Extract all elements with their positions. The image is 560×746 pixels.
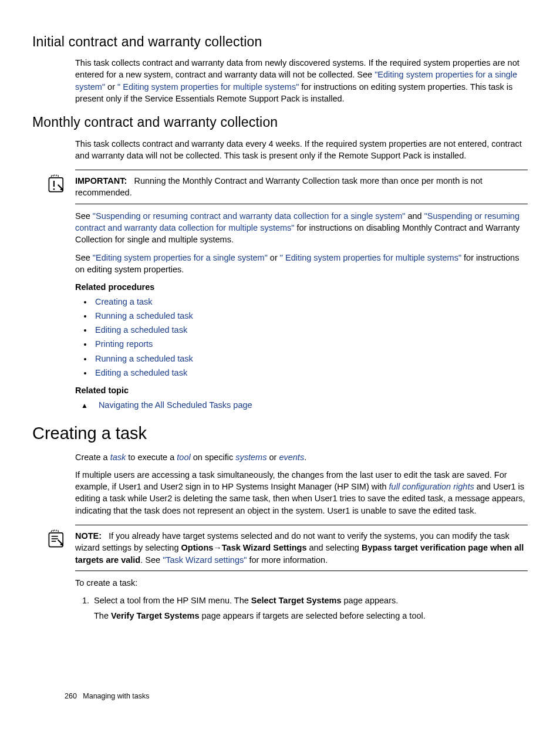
important-text: Running the Monthly Contract and Warrant… bbox=[75, 176, 483, 197]
list-item: Printing reports bbox=[93, 338, 528, 350]
term-events[interactable]: events bbox=[279, 453, 304, 462]
section1-body: This task collects contract and warranty… bbox=[75, 57, 528, 104]
text: or bbox=[105, 82, 117, 92]
link-edit-multiple-1[interactable]: " Editing system properties for multiple… bbox=[117, 82, 299, 92]
list-item: Editing a scheduled task bbox=[93, 367, 528, 379]
term-task[interactable]: task bbox=[110, 453, 126, 462]
section2-body: This task collects contract and warranty… bbox=[75, 138, 528, 162]
text: or bbox=[266, 453, 279, 462]
list-item: Running a scheduled task bbox=[93, 310, 528, 322]
svg-point-2 bbox=[53, 188, 55, 190]
steps-list: Select a tool from the HP SIM menu. The … bbox=[75, 595, 528, 622]
link-suspend-single[interactable]: "Suspending or resuming contract and war… bbox=[93, 211, 406, 221]
important-icon bbox=[47, 174, 67, 194]
related-topic-list: Navigating the All Scheduled Tasks page bbox=[75, 399, 528, 411]
page-footer: 260 Managing with tasks bbox=[65, 691, 150, 702]
step-1: Select a tool from the HP SIM menu. The … bbox=[92, 595, 528, 622]
bold-select-target: Select Target Systems bbox=[251, 596, 342, 605]
footer-label: Managing with tasks bbox=[83, 692, 149, 700]
text: and bbox=[405, 211, 424, 221]
link-editing-scheduled-2[interactable]: Editing a scheduled task bbox=[95, 368, 187, 377]
list-item: Running a scheduled task bbox=[93, 353, 528, 364]
link-edit-single-2[interactable]: "Editing system properties for a single … bbox=[93, 253, 268, 262]
section-heading-creating: Creating a task bbox=[32, 421, 528, 445]
steps-body: To create a task: Select a tool from the… bbox=[75, 577, 528, 622]
text: This task collects contract and warranty… bbox=[75, 138, 528, 162]
section-heading-initial: Initial contract and warranty collection bbox=[32, 32, 528, 51]
section-heading-monthly: Monthly contract and warranty collection bbox=[32, 113, 528, 131]
bold-verify-target: Verify Target Systems bbox=[111, 611, 199, 620]
note-label: NOTE: bbox=[75, 531, 102, 541]
important-label: IMPORTANT: bbox=[75, 176, 127, 185]
text: The bbox=[94, 611, 111, 620]
term-full-config-rights[interactable]: full configuration rights bbox=[389, 482, 474, 491]
link-navigating-tasks-page[interactable]: Navigating the All Scheduled Tasks page bbox=[99, 400, 252, 410]
link-running-scheduled-1[interactable]: Running a scheduled task bbox=[95, 311, 193, 320]
note-callout: NOTE: If you already have target systems… bbox=[75, 525, 528, 571]
steps-intro: To create a task: bbox=[75, 577, 528, 589]
page-number: 260 bbox=[65, 692, 77, 700]
bold-options: Options bbox=[181, 543, 214, 552]
list-item: Navigating the All Scheduled Tasks page bbox=[81, 399, 528, 411]
list-item: Creating a task bbox=[93, 296, 528, 308]
related-procedures-list: Creating a task Running a scheduled task… bbox=[75, 296, 528, 379]
link-printing-reports[interactable]: Printing reports bbox=[95, 339, 153, 349]
text: or bbox=[268, 253, 280, 262]
after-important-body: See "Suspending or resuming contract and… bbox=[75, 210, 528, 411]
related-topic-heading: Related topic bbox=[75, 384, 528, 396]
text: . bbox=[304, 453, 306, 462]
link-creating-task[interactable]: Creating a task bbox=[95, 297, 153, 306]
link-task-wizard-settings[interactable]: "Task Wizard settings" bbox=[163, 555, 247, 565]
link-edit-multiple-2[interactable]: " Editing system properties for multiple… bbox=[280, 253, 461, 262]
important-callout: IMPORTANT: Running the Monthly Contract … bbox=[75, 170, 528, 204]
bold-task-wizard: Task Wizard Settings bbox=[222, 543, 307, 552]
text: Create a bbox=[75, 453, 110, 462]
text: . See bbox=[140, 555, 163, 565]
text: page appears. bbox=[342, 596, 399, 605]
text: on specific bbox=[191, 453, 236, 462]
text: and selecting bbox=[306, 543, 362, 552]
text: Select a tool from the HP SIM menu. The bbox=[94, 596, 251, 605]
section3-body: Create a task to execute a tool on speci… bbox=[75, 451, 528, 517]
arrow: → bbox=[213, 543, 222, 552]
text: See bbox=[75, 253, 93, 262]
text: page appears if targets are selected bef… bbox=[199, 611, 425, 620]
text: See bbox=[75, 211, 93, 221]
term-systems[interactable]: systems bbox=[235, 453, 266, 462]
link-running-scheduled-2[interactable]: Running a scheduled task bbox=[95, 354, 193, 363]
text: to execute a bbox=[126, 453, 177, 462]
text: for more information. bbox=[247, 555, 328, 565]
list-item: Editing a scheduled task bbox=[93, 324, 528, 336]
link-editing-scheduled-1[interactable]: Editing a scheduled task bbox=[95, 325, 187, 335]
related-procedures-heading: Related procedures bbox=[75, 281, 528, 293]
term-tool[interactable]: tool bbox=[177, 453, 190, 462]
note-icon bbox=[47, 529, 67, 549]
